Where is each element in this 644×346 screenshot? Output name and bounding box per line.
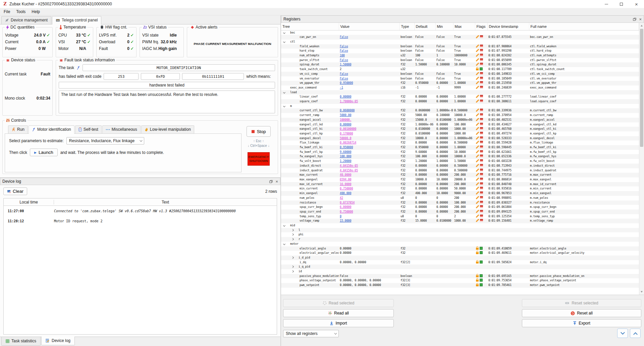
register-value[interactable]: 6594.00 — [340, 178, 351, 181]
register-row[interactable]: max_eangvel6594.00f3210000.010.000020000… — [281, 177, 639, 182]
register-value[interactable]: False — [340, 45, 348, 48]
col-max[interactable]: Max — [453, 23, 475, 30]
register-row[interactable]: pwron_slftstFalsebooleanFalseFalseTrue0:… — [281, 58, 639, 63]
register-value[interactable]: 40.0000 — [340, 173, 351, 176]
register-row[interactable]: temp_sens_typ0u80020:01:09.125354m.temp_… — [281, 214, 639, 219]
register-value[interactable]: 0.00000 — [340, 123, 351, 126]
register-value[interactable]: 50000.0 — [340, 136, 351, 140]
collapse-all-button[interactable] — [617, 329, 628, 338]
register-value[interactable]: 42 — [340, 196, 343, 199]
register-group-row[interactable]: i_d_pid — [281, 255, 639, 260]
register-value[interactable]: -1 — [340, 86, 343, 89]
export-button[interactable]: Export — [522, 319, 641, 327]
register-row[interactable]: exec_aux_command-1i16-1-199990:01:08.246… — [281, 85, 639, 90]
minimize-button[interactable] — [599, 0, 614, 8]
register-row[interactable]: eangvel_ctl_ki0.00100000f320.01000000.00… — [281, 127, 639, 131]
register-row[interactable]: num_poles42u8002000:01:08.998891m.num_po… — [281, 196, 639, 200]
register-group-row[interactable]: phi — [281, 232, 639, 237]
register-row[interactable]: can_pwr_onFalsebooleanFalseFalseTrue0:01… — [281, 35, 639, 40]
launch-button[interactable]: ▶ Launch — [30, 149, 58, 156]
register-value[interactable]: 0.170000 — [340, 132, 353, 135]
read-selected-button[interactable]: Read selected — [283, 299, 394, 307]
register-group-row[interactable]: ctl — [281, 40, 639, 44]
fault-description[interactable]: The last run of the Hardware Test task h… — [59, 91, 275, 113]
register-group-row[interactable]: m — [281, 104, 639, 109]
register-row[interactable]: fw_bemf_ctl_ki0.950000f320.9500000.00000… — [281, 145, 639, 150]
register-value[interactable]: 1.70000e-05 — [340, 100, 358, 103]
scroll-up-icon[interactable] — [641, 25, 643, 26]
register-group-row[interactable]: motor — [281, 242, 639, 246]
register-row[interactable]: current_ramp5000.00f325000.000.100000100… — [281, 113, 639, 118]
register-group-row[interactable]: l — [281, 228, 639, 233]
tab-self-test[interactable]: Self-test — [75, 125, 102, 133]
col-device-timestamp[interactable]: Device timestamp — [487, 23, 529, 30]
register-value[interactable]: 0.750000 — [340, 210, 353, 213]
register-row[interactable]: max_current40.0000f320.000000.00000200.0… — [281, 173, 639, 177]
register-row[interactable]: num_attempts100u321001100000000:01:08.02… — [281, 53, 639, 58]
col-default[interactable]: Default — [414, 23, 435, 30]
register-value[interactable]: 0.0737854 — [340, 201, 355, 204]
menu-tools[interactable]: Tools — [13, 8, 29, 15]
log-row[interactable]: 11:27:00Connected to 'com.zubax.telega' … — [4, 206, 277, 216]
maximize-button[interactable] — [614, 0, 629, 8]
tab-run[interactable]: Run — [8, 125, 28, 133]
register-row[interactable]: spup_curr_begn6.00000f320.000000.0000020… — [281, 205, 639, 210]
register-value[interactable]: 4.04158e-05 — [340, 164, 358, 167]
register-group-row[interactable]: bec — [281, 30, 639, 35]
register-filter-select[interactable]: Show all registers — [283, 330, 339, 337]
col-value[interactable]: Value — [339, 23, 399, 30]
register-value[interactable]: 0.950000 — [340, 146, 353, 149]
register-row[interactable]: spinup_durat1.50000f321.500000.10000010.… — [281, 62, 639, 67]
import-button[interactable]: Import — [283, 319, 394, 327]
register-value[interactable]: 100000. — [340, 118, 351, 121]
register-row[interactable]: i_dq0.00000, 0.00000f32[2]0:01:09.505824… — [281, 260, 639, 265]
log-col-local-time[interactable]: Local time — [4, 200, 54, 205]
register-value[interactable]: 15.0000 — [340, 219, 351, 222]
register-row[interactable]: eangvel_ctl_kd0.00000f321.00000e-060.000… — [281, 122, 639, 127]
col-full-name[interactable]: Full name — [529, 23, 639, 30]
exit-code-dec-field[interactable]: 253 — [104, 73, 139, 80]
register-value[interactable]: False — [340, 49, 348, 52]
col-tree[interactable]: Tree — [281, 23, 339, 30]
tab-telega-control-panel[interactable]: Telega control panel — [52, 16, 101, 24]
log-col-text[interactable]: Text — [54, 200, 277, 205]
register-group-row[interactable]: r — [281, 237, 639, 242]
log-row[interactable]: 11:28:12Motor ID request, mode 2 — [4, 216, 277, 226]
register-row[interactable]: task_switch_count2u320:01:08.117789ctl.t… — [281, 67, 639, 72]
register-value[interactable]: 0.00000 — [340, 95, 351, 98]
register-row[interactable]: vm_cci_compFalsebooleanFalseFalseTrue0:0… — [281, 72, 639, 76]
float-dock-button[interactable] — [269, 180, 273, 183]
exit-code-meaning-field[interactable]: hardware test failed — [59, 82, 275, 89]
register-group-row[interactable]: mid — [281, 223, 639, 228]
vertical-scrollbar[interactable] — [639, 23, 644, 295]
register-row[interactable]: min_eangvel400.000f32400.00010.00009000.… — [281, 191, 639, 196]
float-dock-button[interactable] — [633, 18, 636, 21]
tab-low-level-manipulation[interactable]: Low-level manipulation — [141, 125, 194, 133]
register-row[interactable]: electrical_angular_velocity0.00000f320:0… — [281, 251, 639, 255]
register-value[interactable]: False — [340, 72, 348, 75]
register-row[interactable]: electrical_angle0.00000f320:01:09.410059… — [281, 246, 639, 251]
register-row[interactable]: field_weakenFalsebooleanFalseFalseTrue0:… — [281, 44, 639, 49]
register-value[interactable]: 6.00000 — [340, 205, 351, 209]
exit-code-bin-field[interactable]: 0b11111101 — [182, 73, 244, 80]
register-row[interactable]: square_coef1.70000e-05f320.000000.000001… — [281, 99, 639, 104]
register-row[interactable]: fw_bemf_ctl_kp9.60000f329.600000.0000010… — [281, 150, 639, 155]
register-value[interactable]: 5000.00 — [340, 113, 351, 117]
register-row[interactable]: resistance0.0737854f320.000000.00000100.… — [281, 200, 639, 205]
close-dock-button[interactable]: × — [639, 17, 642, 22]
register-group-row[interactable]: id — [281, 269, 639, 274]
register-group-row[interactable]: load — [281, 90, 639, 95]
register-row[interactable]: eangvel_ctl_kp0.170000f320.01000000.0000… — [281, 131, 639, 136]
register-value[interactable]: 0.0600000 — [340, 109, 355, 112]
tab-task-statistics[interactable]: Task statistics — [1, 337, 41, 346]
register-row[interactable]: eangvel_decel50000.0f3210000.00.000001.0… — [281, 136, 639, 141]
register-value[interactable]: 9.60000 — [340, 150, 351, 154]
register-row[interactable]: vm_pppwm_thr0.950000f320.9500000.000001.… — [281, 81, 639, 85]
register-group-row[interactable]: i_q_pid — [281, 265, 639, 269]
register-value[interactable]: 1.50000 — [340, 63, 351, 66]
read-all-button[interactable]: Read all — [283, 309, 394, 317]
register-row[interactable]: phase_voltage_setpoint0.00000, 0.00000, … — [281, 278, 639, 283]
col-min[interactable]: Min — [435, 23, 453, 30]
register-row[interactable]: pwm_setpoint0.00000, 0.00000, 0.00000f32… — [281, 283, 639, 288]
register-value[interactable]: 0.00268714 — [340, 141, 356, 144]
